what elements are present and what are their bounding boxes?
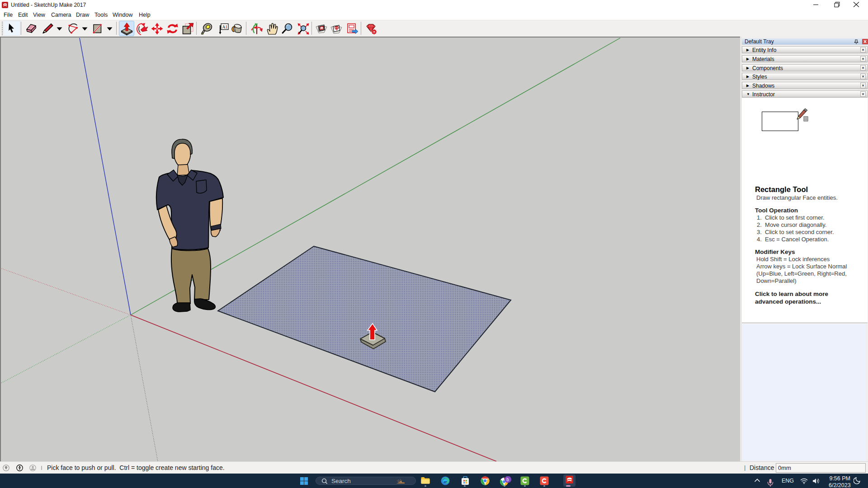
- svg-text:A1: A1: [222, 25, 228, 29]
- svg-text:b: b: [506, 477, 509, 482]
